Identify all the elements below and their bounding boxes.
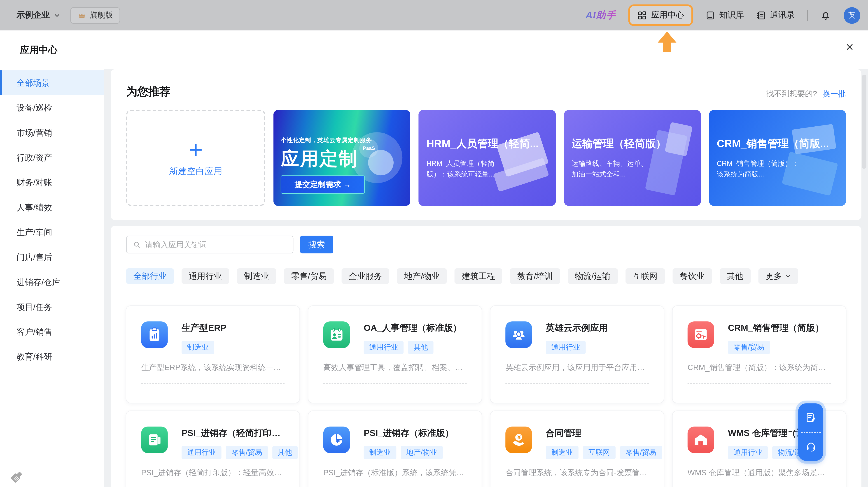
target-window-icon	[688, 321, 714, 348]
chevron-down-icon	[785, 273, 791, 279]
refresh-batch-link[interactable]: 换一批	[823, 89, 846, 99]
filter-realestate-property[interactable]: 地产/物业	[397, 268, 447, 284]
sidebar-item-customer-sales[interactable]: 客户/销售	[0, 319, 104, 344]
form-edit-icon	[805, 412, 817, 424]
filter-manufacturing[interactable]: 制造业	[237, 268, 276, 284]
filter-internet[interactable]: 互联网	[625, 268, 664, 284]
app-card-contract-management[interactable]: ¥ 合同管理 制造业 互联网 零售/贸易 合同管理系统，该系统专为合同-发票管.…	[491, 411, 664, 487]
contacts-book-icon	[756, 10, 766, 20]
app-name: PSI_进销存（轻简打印版）	[182, 428, 288, 439]
app-card-psi-print[interactable]: PSI_进销存（轻简打印版） 通用行业 零售/贸易 其他 PSI_进销存（轻简打…	[126, 411, 300, 487]
app-card-oa-hr[interactable]: OA_人事管理（标准版） 通用行业 其他 高效人事管理工具，覆盖招聘、档案、考.…	[308, 306, 482, 403]
app-search-box[interactable]	[126, 236, 293, 253]
app-name: CRM_销售管理（简版）	[728, 323, 835, 334]
app-card-hero-cloud-demo[interactable]: 英雄云示例应用 通用行业 英雄云示例应用，该应用用于平台应用搭...	[491, 306, 664, 403]
nav-app-center[interactable]: 应用中心	[628, 4, 693, 26]
filter-general[interactable]: 通用行业	[182, 268, 229, 284]
app-desc: PSI_进销存（轻简打印版）：轻量高效的...	[141, 468, 284, 478]
sidebar-item-project-task[interactable]: 项目/任务	[0, 294, 104, 319]
filter-logistics[interactable]: 物流/运输	[568, 268, 618, 284]
filter-all-industries[interactable]: 全部行业	[126, 268, 174, 284]
app-desc: CRM_销售管理（简版）：该系统为简版销...	[688, 363, 831, 373]
company-switcher[interactable]: 示例企业	[17, 10, 61, 21]
not-found-text: 找不到想要的?	[766, 89, 817, 99]
sidebar-item-device-inspection[interactable]: 设备/巡检	[0, 95, 104, 120]
modal-header: 应用中心 ×	[0, 30, 868, 69]
recommend-card-desc: 运输路线、车辆、运单、加油一站式全程...	[571, 159, 654, 180]
app-tag: 通用行业	[182, 446, 221, 459]
book-icon	[705, 10, 715, 20]
sidebar-item-store-aftersales[interactable]: 门店/售后	[0, 245, 104, 269]
app-desc: WMS 仓库管理（通用版）聚焦多场景适...	[688, 468, 831, 478]
customer-service-button[interactable]	[798, 432, 823, 461]
app-desc: 英雄云示例应用，该应用用于平台应用搭...	[505, 363, 649, 373]
app-tag: 零售/贸易	[728, 341, 770, 354]
filter-other[interactable]: 其他	[719, 268, 750, 284]
sidebar-item-finance[interactable]: 财务/对账	[0, 170, 104, 195]
recommend-title: 为您推荐	[126, 84, 170, 99]
app-desc: PSI_进销存（标准版）系统，该系统凭实...	[323, 468, 467, 478]
app-card-production-erp[interactable]: 生产型ERP 制造业 生产型ERP系统，该系统实现资料统一管...	[126, 306, 300, 403]
app-tag: 制造业	[364, 446, 397, 459]
nav-knowledge-base[interactable]: 知识库	[705, 10, 744, 21]
app-tag: 制造业	[546, 446, 579, 459]
nav-knowledge-label: 知识库	[719, 10, 744, 21]
filter-catering[interactable]: 餐饮业	[673, 268, 712, 284]
app-name: 英雄云示例应用	[546, 323, 653, 334]
app-center-modal: 应用中心 × 全部场景 设备/巡检 市场/营销 行政/资产 财务/对账 人事/绩…	[0, 30, 868, 487]
search-input[interactable]	[145, 240, 287, 249]
card-divider	[688, 383, 831, 384]
sidebar-item-production[interactable]: 生产/车间	[0, 220, 104, 245]
banner-title: 应用定制	[281, 147, 358, 171]
search-icon	[132, 240, 141, 249]
sidebar-item-hr-performance[interactable]: 人事/绩效	[0, 195, 104, 220]
filter-retail-trade[interactable]: 零售/贸易	[284, 268, 334, 284]
submit-customization-button[interactable]: 提交定制需求 →	[281, 175, 365, 194]
app-tag: 通用行业	[546, 341, 586, 354]
card-divider	[505, 383, 649, 384]
app-desc: 高效人事管理工具，覆盖招聘、档案、考...	[323, 363, 467, 373]
ai-assistant-logo[interactable]: AI助手	[586, 9, 616, 22]
recommend-card-title: 运输管理（轻简版）	[571, 137, 698, 151]
headset-icon	[805, 441, 817, 453]
filter-construction[interactable]: 建筑工程	[455, 268, 502, 284]
chevron-down-icon	[54, 12, 60, 19]
app-desc: 生产型ERP系统，该系统实现资料统一管...	[141, 363, 284, 373]
filter-enterprise-service[interactable]: 企业服务	[342, 268, 389, 284]
close-icon[interactable]: ×	[846, 40, 854, 54]
app-desc: 合同管理系统，该系统专为合同-发票管...	[505, 468, 649, 478]
yen-pie-icon: ¥	[323, 426, 350, 453]
notification-bell-icon[interactable]	[820, 9, 831, 21]
calendar-person-icon	[323, 321, 350, 348]
recommend-card-crm[interactable]: CRM_销售管理（简版... CRM_销售管理（简版）：该系统为简版...	[709, 110, 846, 206]
scrollbar-track[interactable]	[862, 75, 866, 484]
card-divider	[323, 383, 467, 384]
search-button[interactable]: 搜索	[300, 236, 333, 253]
nav-contacts[interactable]: 通讯录	[756, 10, 795, 21]
user-avatar[interactable]: 英	[844, 7, 860, 24]
recommend-card-desc: CRM_销售管理（简版）：该系统为简版...	[717, 159, 799, 180]
feedback-form-button[interactable]	[798, 403, 823, 432]
recommend-card-transport[interactable]: 运输管理（轻简版） 运输路线、车辆、运单、加油一站式全程...	[564, 110, 701, 206]
card-divider	[141, 383, 284, 384]
annotation-dashed-line	[773, 431, 797, 432]
nav-app-center-label: 应用中心	[651, 10, 684, 21]
filter-education-training[interactable]: 教育/培训	[510, 268, 560, 284]
sidebar-item-marketing[interactable]: 市场/营销	[0, 120, 104, 145]
sidebar-item-inventory-warehouse[interactable]: 进销存/仓库	[0, 269, 104, 294]
nav-contacts-label: 通讯录	[770, 10, 795, 21]
recommend-card-hrm[interactable]: HRM_人员管理（轻简... HRM_人员管理（轻简版）：该系统可轻量...	[418, 110, 556, 206]
app-card-psi-standard[interactable]: ¥ PSI_进销存（标准版） 制造业 地产/物业 PSI_进销存（标准版）系统，…	[308, 411, 482, 487]
filter-more-dropdown[interactable]: 更多	[758, 268, 798, 284]
sidebar-item-all-scenes[interactable]: 全部场景	[0, 70, 104, 95]
sidebar-item-admin-assets[interactable]: 行政/资产	[0, 145, 104, 170]
app-card-crm-sales[interactable]: CRM_销售管理（简版） 零售/贸易 CRM_销售管理（简版）：该系统为简版销.…	[673, 306, 846, 403]
scrollbar-thumb[interactable]	[862, 75, 866, 169]
recommend-panel: 为您推荐 找不到想要的? 换一批 + 新建空白应用 PaaS 个性化定制，英雄云…	[111, 69, 861, 220]
version-badge[interactable]: 旗舰版	[70, 7, 120, 24]
new-blank-app-card[interactable]: + 新建空白应用	[126, 110, 265, 206]
sidebar-item-education-research[interactable]: 教育/科研	[0, 344, 104, 369]
scene-sidebar: 全部场景 设备/巡检 市场/营销 行政/资产 财务/对账 人事/绩效 生产/车间…	[0, 69, 104, 487]
app-customization-banner[interactable]: PaaS 个性化定制，英雄云专属定制服务 应用定制 提交定制需求 →	[274, 110, 410, 206]
app-name: OA_人事管理（标准版）	[364, 323, 471, 334]
